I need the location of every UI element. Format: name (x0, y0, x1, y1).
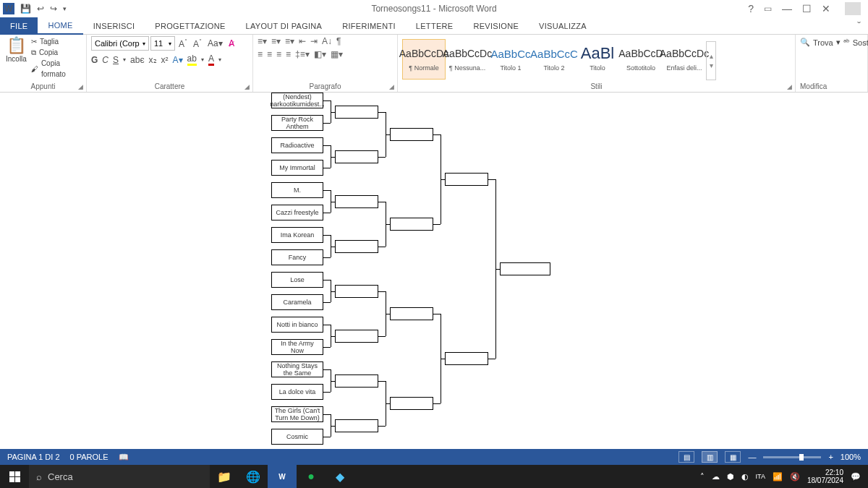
save-icon[interactable]: 💾 (20, 4, 31, 14)
qa-more-icon[interactable]: ▾ (63, 5, 67, 12)
zoom-value[interactable]: 100% (841, 453, 861, 461)
printlayout-button[interactable]: ▥ (702, 451, 718, 463)
line-spacing-button[interactable]: ‡≡▾ (295, 49, 310, 59)
notifications-icon[interactable]: 💬 (851, 472, 861, 481)
tab-inserisci[interactable]: INSERISCI (83, 17, 145, 35)
align-left-button[interactable]: ≡ (258, 49, 263, 59)
font-size-input[interactable]: 11▾ (150, 36, 175, 51)
explorer-icon[interactable]: 📁 (210, 465, 239, 488)
tab-riferimenti[interactable]: RIFERIMENTI (332, 17, 406, 35)
group-paragraph: ≡▾ ≡▾ ≡▾ ⇤ ⇥ A↓ ¶ ≡ ≡ ≡ ≡ ‡≡▾ ◧▾ ▦▾ Para… (253, 35, 398, 92)
sort-button[interactable]: A↓ (322, 36, 332, 46)
superscript-button[interactable]: x² (161, 55, 169, 65)
tab-progettazione[interactable]: PROGETTAZIONE (145, 17, 235, 35)
spellcheck-icon[interactable]: 📖 (119, 453, 129, 462)
underline-button[interactable]: S (113, 55, 119, 65)
clipboard-corner-icon[interactable]: ◢ (78, 83, 83, 90)
titlebar: W 💾 ↩ ↪ ▾ Torneosongs11 - Microsoft Word… (0, 0, 868, 17)
help-icon[interactable]: ? (748, 3, 754, 14)
font-name-input[interactable]: Calibri (Corp▾ (91, 36, 149, 51)
tab-revisione[interactable]: REVISIONE (463, 17, 529, 35)
subscript-button[interactable]: x₂ (149, 55, 157, 65)
change-case-button[interactable]: Aa▾ (205, 38, 225, 48)
justify-button[interactable]: ≡ (286, 49, 291, 59)
align-right-button[interactable]: ≡ (276, 49, 281, 59)
pilcrow-button[interactable]: ¶ (336, 36, 341, 46)
style-¶ Normale[interactable]: AaBbCcDc¶ Normale (402, 39, 446, 80)
minimize-icon[interactable]: — (782, 3, 792, 14)
zoom-out-button[interactable]: — (748, 453, 756, 461)
styles-more-button[interactable]: ▴▾ (706, 41, 716, 80)
volume-icon[interactable]: 🔇 (790, 472, 800, 481)
strike-button[interactable]: abє (130, 55, 144, 65)
word-taskbar-icon[interactable]: W (268, 465, 297, 488)
replace-button[interactable]: ᵃᵇSostituisci (843, 37, 868, 48)
spotify-icon[interactable]: ● (297, 465, 326, 488)
clock[interactable]: 22:10 18/07/2024 (807, 468, 843, 484)
undo-icon[interactable]: ↩ (37, 4, 44, 14)
maximize-icon[interactable]: ☐ (802, 3, 812, 14)
tray-up-icon[interactable]: ˄ (700, 472, 705, 481)
style-Titolo[interactable]: AaBlTitolo (576, 39, 619, 80)
collapse-ribbon-icon[interactable]: ˇ (850, 20, 868, 32)
paste-button[interactable]: 📋 Incolla (4, 36, 28, 80)
shading-button[interactable]: ◧▾ (314, 49, 326, 59)
tab-file[interactable]: FILE (0, 17, 38, 35)
page-indicator[interactable]: PAGINA 1 DI 2 (7, 453, 60, 461)
cut-button[interactable]: ✂Taglia (31, 36, 82, 47)
start-button[interactable] (0, 465, 29, 488)
zoom-in-button[interactable]: + (828, 453, 833, 461)
italic-button[interactable]: C (102, 55, 109, 65)
tray-icon[interactable]: ◐ (741, 472, 749, 481)
align-center-button[interactable]: ≡ (267, 49, 272, 59)
paste-icon: 📋 (4, 36, 28, 55)
style-Sottotitolo[interactable]: AaBbCcDSottotitolo (619, 39, 663, 80)
tab-lettere[interactable]: LETTERE (406, 17, 464, 35)
bracket-r1-10: Notti in bianco (271, 317, 323, 333)
redo-icon[interactable]: ↪ (50, 4, 57, 14)
highlight-button[interactable]: ab (187, 53, 197, 66)
text-effects-button[interactable]: A▾ (173, 55, 183, 65)
find-button[interactable]: 🔍Trova ▾ (800, 37, 841, 48)
bullets-button[interactable]: ≡▾ (258, 36, 267, 46)
style-Enfasi deli...[interactable]: AaBbCcDcEnfasi deli... (663, 39, 706, 80)
format-painter-button[interactable]: 🖌Copia formato (31, 58, 82, 80)
readmode-button[interactable]: ▤ (678, 451, 694, 463)
ribbon-options-icon[interactable]: ▭ (764, 4, 772, 14)
tray-icon[interactable]: ⬢ (727, 472, 734, 481)
language-indicator[interactable]: ITA (756, 473, 765, 480)
shrink-font-button[interactable]: A˅ (191, 38, 204, 49)
tab-layout[interactable]: LAYOUT DI PAGINA (236, 17, 333, 35)
borders-button[interactable]: ▦▾ (331, 49, 343, 59)
copy-button[interactable]: ⧉Copia (31, 47, 82, 58)
user-avatar[interactable] (845, 2, 861, 15)
font-color-button[interactable]: A (208, 53, 214, 66)
numbering-button[interactable]: ≡▾ (271, 36, 281, 46)
bold-button[interactable]: G (91, 55, 98, 65)
style-Titolo 1[interactable]: AaBbCcTitolo 1 (489, 39, 532, 80)
indent-button[interactable]: ⇥ (310, 36, 318, 46)
grow-font-button[interactable]: A˄ (176, 38, 190, 49)
onedrive-icon[interactable]: ☁ (712, 472, 720, 481)
tab-home[interactable]: HOME (38, 17, 82, 35)
clear-format-button[interactable]: A̷ (226, 38, 237, 48)
outdent-button[interactable]: ⇤ (299, 36, 306, 46)
page: (Nendest) narkootikumidest...Party Rock … (80, 93, 788, 448)
tab-visualizza[interactable]: VISUALIZZA (529, 17, 597, 35)
style-¶ Nessuna...[interactable]: AaBbCcDc¶ Nessuna... (446, 39, 489, 80)
close-icon[interactable]: ✕ (822, 3, 830, 14)
word-count[interactable]: 0 PAROLE (70, 453, 109, 461)
zoom-slider[interactable] (763, 456, 821, 458)
chrome-icon[interactable]: 🌐 (239, 465, 268, 488)
ribbon: 📋 Incolla ✂Taglia ⧉Copia 🖌Copia formato … (0, 35, 868, 93)
font-corner-icon[interactable]: ◢ (244, 83, 250, 90)
taskbar-search[interactable]: ⌕Cerca (29, 465, 210, 488)
multilevel-button[interactable]: ≡▾ (285, 36, 294, 46)
wifi-icon[interactable]: 📶 (773, 472, 783, 481)
document-area[interactable]: (Nendest) narkootikumidest...Party Rock … (0, 93, 868, 448)
styles-corner-icon[interactable]: ◢ (787, 83, 792, 90)
style-Titolo 2[interactable]: AaBbCcCTitolo 2 (532, 39, 576, 80)
paragraph-corner-icon[interactable]: ◢ (389, 83, 394, 90)
app-icon[interactable]: ◆ (326, 465, 354, 488)
weblayout-button[interactable]: ▦ (725, 451, 741, 463)
